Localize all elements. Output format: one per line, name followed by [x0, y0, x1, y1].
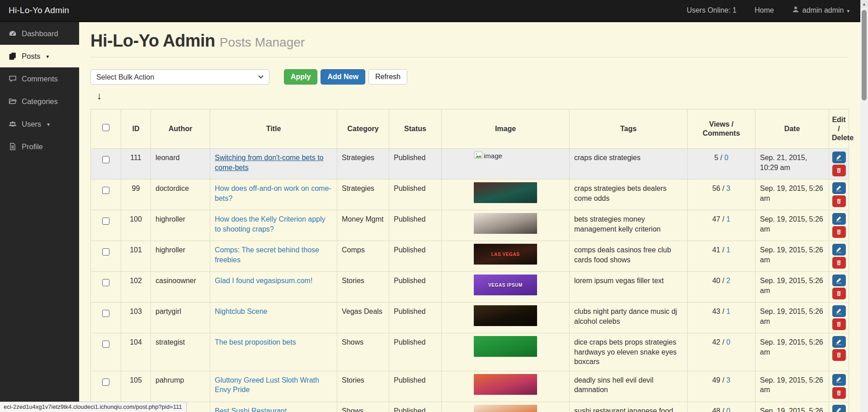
- comments-count-link[interactable]: 0: [726, 407, 731, 412]
- edit-button[interactable]: [832, 182, 846, 194]
- post-date: Sep. 19, 2015, 5:26 am: [755, 180, 829, 210]
- row-checkbox[interactable]: [102, 248, 109, 256]
- row-checkbox[interactable]: [102, 218, 109, 225]
- post-category: Shows: [337, 333, 389, 371]
- post-tags: dice craps bets props strategies hardway…: [570, 333, 688, 371]
- add-new-button[interactable]: Add New: [321, 69, 365, 85]
- scrollbar-up-arrow[interactable]: ▲: [860, 0, 868, 8]
- caret-down-icon: ▾: [47, 121, 50, 128]
- row-checkbox[interactable]: [102, 379, 109, 386]
- post-title-link[interactable]: How does the Kelly Criterion apply to sh…: [215, 215, 326, 233]
- delete-button[interactable]: [832, 195, 846, 207]
- post-thumbnail: VEGAS IPSUM: [474, 275, 537, 295]
- post-category: Stories: [337, 272, 389, 303]
- post-title-link[interactable]: Best Sushi Restaurant: [215, 407, 287, 412]
- thumbnail-label: VEGAS IPSUM: [488, 283, 523, 288]
- views-count: 56: [712, 185, 720, 192]
- delete-button[interactable]: [832, 318, 846, 330]
- sidebar-item-users[interactable]: Users ▾: [0, 113, 79, 135]
- col-header-edit-delete: Edit / Delete: [829, 109, 849, 149]
- post-title-link[interactable]: Gluttony Greed Lust Sloth Wrath Envy Pri…: [215, 376, 319, 394]
- edit-button[interactable]: [832, 305, 846, 317]
- views-separator: /: [720, 308, 726, 315]
- post-thumbnail: LAS VEGAS: [474, 244, 537, 265]
- post-date: Sep. 19, 2015, 5:26 am: [755, 371, 829, 402]
- apply-button[interactable]: Apply: [284, 69, 317, 85]
- row-checkbox[interactable]: [102, 187, 109, 194]
- delete-button[interactable]: [832, 349, 846, 361]
- scrollbar-thumb[interactable]: [862, 10, 867, 100]
- delete-button[interactable]: [832, 387, 846, 399]
- sidebar-item-comments[interactable]: Comments: [0, 67, 79, 90]
- edit-button[interactable]: [832, 405, 846, 412]
- refresh-button[interactable]: Refresh: [368, 69, 407, 85]
- table-row: 106 robin Best Sushi Restaurant Shows Pu…: [91, 402, 849, 412]
- post-author: leonard: [151, 149, 210, 180]
- delete-button[interactable]: [832, 165, 846, 176]
- delete-button[interactable]: [832, 226, 846, 238]
- comments-count-link[interactable]: 1: [726, 246, 731, 254]
- sidebar-item-posts[interactable]: Posts ▾: [0, 45, 79, 67]
- comments-count-link[interactable]: 3: [726, 185, 731, 192]
- sidebar-item-profile[interactable]: Profile: [0, 135, 79, 158]
- title-divider: [90, 57, 849, 57]
- col-header-views-comments: Views / Comments: [688, 109, 755, 149]
- arrow-down-icon[interactable]: ↓: [97, 90, 108, 102]
- broken-image-alt: image: [484, 152, 502, 161]
- post-date: Sep. 19, 2015, 5:26 am: [755, 272, 829, 303]
- post-title-link[interactable]: Comps: The secret behind those freebies: [215, 246, 319, 264]
- select-all-checkbox[interactable]: [102, 124, 109, 131]
- post-title-link[interactable]: Switching from don't-come bets to come-b…: [215, 154, 324, 171]
- post-title-link[interactable]: Nightclub Scene: [215, 308, 268, 315]
- post-image-cell: LAS VEGAS: [442, 241, 570, 272]
- comments-count-link[interactable]: 0: [724, 154, 728, 161]
- comments-count-link[interactable]: 1: [726, 308, 731, 315]
- comments-count-link[interactable]: 3: [726, 376, 731, 384]
- sidebar-nav: Dashboard Posts ▾ Comments Categories Us…: [0, 22, 79, 412]
- post-author: doctordice: [151, 180, 210, 210]
- post-status: Published: [389, 272, 442, 303]
- edit-button[interactable]: [832, 275, 846, 286]
- delete-button[interactable]: [832, 288, 846, 299]
- col-header-status: Status: [389, 109, 442, 149]
- post-title-link[interactable]: The best proposition bets: [215, 338, 296, 346]
- sidebar-item-categories[interactable]: Categories: [0, 90, 79, 113]
- edit-button[interactable]: [832, 152, 846, 163]
- sidebar-item-dashboard[interactable]: Dashboard: [0, 22, 79, 45]
- post-status: Published: [389, 210, 442, 241]
- delete-button[interactable]: [832, 257, 846, 269]
- user-menu[interactable]: admin admin ▾: [792, 6, 849, 15]
- row-checkbox[interactable]: [102, 279, 109, 286]
- posts-icon: [8, 52, 17, 61]
- row-checkbox[interactable]: [102, 310, 109, 317]
- post-date: Sep. 19, 2015, 5:26 am: [755, 210, 829, 241]
- comments-count-link[interactable]: 2: [726, 277, 731, 284]
- edit-button[interactable]: [832, 374, 846, 386]
- post-author: pahrump: [151, 371, 210, 402]
- post-id: 105: [121, 371, 151, 402]
- users-online-label: Users Online: 1: [687, 6, 736, 14]
- post-title-link[interactable]: Glad I found vegasipsum.com!: [215, 277, 312, 284]
- edit-button[interactable]: [832, 336, 846, 348]
- post-category: Strategies: [337, 149, 389, 180]
- views-count: 41: [712, 246, 720, 254]
- edit-button[interactable]: [832, 213, 846, 225]
- col-header-tags: Tags: [570, 109, 688, 149]
- row-checkbox[interactable]: [102, 156, 109, 163]
- post-tags: deadly sins hell evil devil damnation: [570, 371, 688, 402]
- col-header-author: Author: [151, 109, 210, 149]
- post-title-link[interactable]: How does off-and-on work on come-bets?: [215, 185, 331, 202]
- views-separator: /: [718, 154, 724, 161]
- post-tags: clubs night party dance music dj alcohol…: [570, 303, 688, 333]
- post-date: Sep. 19, 2015, 5:26 am: [755, 333, 829, 371]
- edit-button[interactable]: [832, 244, 846, 256]
- views-count: 5: [714, 154, 718, 161]
- post-date: Sep. 21, 2015, 10:29 am: [755, 149, 829, 180]
- scrollbar[interactable]: ▲: [860, 0, 868, 412]
- comments-count-link[interactable]: 0: [726, 338, 731, 346]
- row-checkbox[interactable]: [102, 341, 109, 348]
- home-link[interactable]: Home: [755, 6, 774, 14]
- comments-count-link[interactable]: 1: [726, 215, 731, 223]
- bulk-action-select[interactable]: Select Bulk Action: [90, 69, 269, 85]
- post-category: Strategies: [337, 180, 389, 210]
